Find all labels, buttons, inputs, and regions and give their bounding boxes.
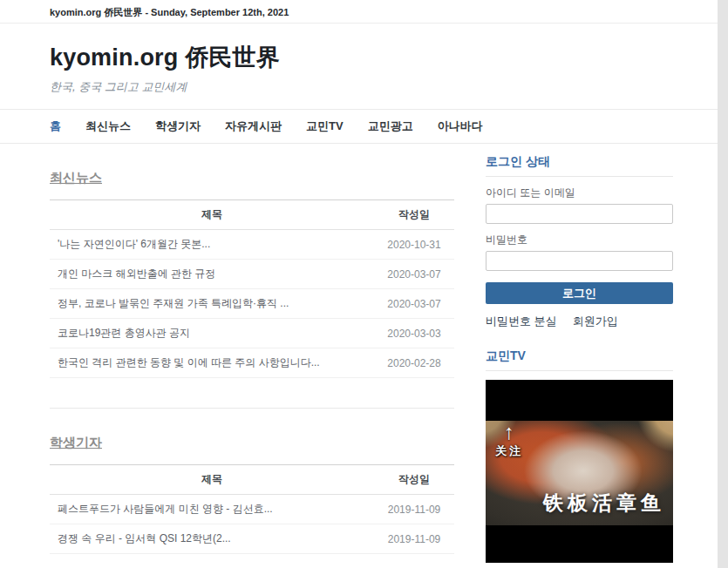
site-tagline: 한국, 중국 그리고 교민세계: [50, 79, 718, 95]
video-caption: 铁板活章鱼: [543, 490, 665, 517]
nav-item-free-board[interactable]: 자유게시판: [225, 118, 282, 134]
post-title-link[interactable]: 경쟁 속 우리 - 임서혁 QSI 12학년(2...: [50, 524, 374, 554]
post-date: 2020-03-03: [374, 319, 454, 348]
nav-item-kyomin-tv[interactable]: 교민TV: [306, 118, 344, 134]
browser-status-bar: kyomin.org 侨民世界 - Sunday, September 12th…: [0, 0, 718, 24]
login-widget-heading: 로그인 상태: [486, 154, 673, 177]
page: kyomin.org 侨民世界 - Sunday, September 12th…: [0, 0, 718, 568]
video-thumbnail[interactable]: ↑ 关注 铁板活章鱼: [486, 380, 673, 563]
post-title-link[interactable]: 한국인 격리 관련한 동향 및 이에 따른 주의 사항입니다...: [50, 348, 374, 378]
nav-item-kyomin-ads[interactable]: 교민광고: [368, 118, 413, 134]
section-heading-latest-news: 최신뉴스: [50, 170, 454, 186]
sidebar: 로그인 상태 아이디 또는 이메일 비밀번호 로그인 비밀번호 분실 회원가입 …: [486, 144, 673, 568]
login-widget: 로그인 상태 아이디 또는 이메일 비밀번호 로그인 비밀번호 분실 회원가입: [486, 154, 673, 329]
table-row: 경쟁 속 우리 - 임서혁 QSI 12학년(2... 2019-11-09: [50, 524, 454, 554]
password-label: 비밀번호: [486, 233, 673, 247]
post-date: 2020-03-07: [374, 260, 454, 289]
up-arrow-icon: ↑: [495, 422, 523, 443]
section-link-latest-news[interactable]: 최신뉴스: [50, 170, 102, 185]
nav-item-student-reporter[interactable]: 학생기자: [155, 118, 201, 134]
table-header-row: 제목 작성일: [50, 200, 454, 230]
column-header-title: 제목: [50, 465, 374, 495]
nav-item-home[interactable]: 홈: [50, 118, 61, 134]
table-row: 개인 마스크 해외반출에 관한 규정 2020-03-07: [50, 260, 454, 289]
post-title-link[interactable]: 개인 마스크 해외반출에 관한 규정: [50, 260, 374, 289]
section-heading-student-reporter: 학생기자: [50, 435, 454, 451]
latest-news-table: 제목 작성일 '나는 자연인이다' 6개월간 못본... 2020-10-31 …: [50, 199, 454, 378]
login-links: 비밀번호 분실 회원가입: [486, 314, 673, 329]
post-title-link[interactable]: 정부, 코로나 발묶인 주재원 가족 특례입학·휴직 ...: [50, 289, 374, 319]
login-button[interactable]: 로그인: [486, 282, 673, 304]
site-title-link[interactable]: kyomin.org 侨民世界: [50, 42, 718, 73]
table-footer-spacer: [50, 554, 454, 568]
site-header: kyomin.org 侨民世界 한국, 중국 그리고 교민세계: [0, 24, 718, 95]
table-row: 한국인 격리 관련한 동향 및 이에 따른 주의 사항입니다... 2020-0…: [50, 348, 454, 378]
table-header-row: 제목 작성일: [50, 465, 454, 495]
main-nav: 홈 최신뉴스 학생기자 자유게시판 교민TV 교민광고 아나바다: [0, 109, 718, 144]
table-row: 페스트푸드가 사람들에게 미친 영향 - 김선효... 2019-11-09: [50, 495, 454, 524]
main-column: 최신뉴스 제목 작성일 '나는 자연인이다' 6개월간 못본... 2020-1…: [50, 144, 454, 568]
topbar-title: kyomin.org 侨民世界 - Sunday, September 12th…: [50, 7, 289, 17]
post-title-link[interactable]: 코로나19관련 총영사관 공지: [50, 319, 374, 348]
column-header-date: 작성일: [374, 465, 454, 495]
content-area: 최신뉴스 제목 작성일 '나는 자연인이다' 6개월간 못본... 2020-1…: [0, 144, 718, 568]
password-input[interactable]: [486, 251, 673, 271]
post-title-link[interactable]: '나는 자연인이다' 6개월간 못본...: [50, 230, 374, 260]
video-follow-overlay: ↑ 关注: [495, 422, 523, 456]
table-footer-spacer: [50, 378, 454, 409]
table-row: 정부, 코로나 발묶인 주재원 가족 특례입학·휴직 ... 2020-03-0…: [50, 289, 454, 319]
table-row: '나는 자연인이다' 6개월간 못본... 2020-10-31: [50, 230, 454, 260]
section-link-student-reporter[interactable]: 학생기자: [50, 435, 102, 450]
kyomin-tv-heading: 교민TV: [486, 348, 673, 371]
nav-item-latest-news[interactable]: 최신뉴스: [85, 118, 131, 134]
register-link[interactable]: 회원가입: [573, 314, 618, 329]
post-date: 2019-11-09: [374, 495, 454, 524]
follow-label: 关注: [495, 445, 523, 456]
kyomin-tv-widget: 교민TV ↑ 关注 铁板活章鱼: [486, 348, 673, 563]
nav-item-anabada[interactable]: 아나바다: [438, 118, 483, 134]
column-header-date: 작성일: [374, 200, 454, 230]
username-input[interactable]: [486, 204, 673, 224]
post-date: 2020-02-28: [374, 348, 454, 378]
lost-password-link[interactable]: 비밀번호 분실: [486, 314, 557, 329]
post-date: 2020-03-07: [374, 289, 454, 319]
column-header-title: 제목: [50, 200, 374, 230]
post-date: 2020-10-31: [374, 230, 454, 260]
username-label: 아이디 또는 이메일: [486, 186, 673, 200]
post-title-link[interactable]: 페스트푸드가 사람들에게 미친 영향 - 김선효...: [50, 495, 374, 524]
post-date: 2019-11-09: [374, 524, 454, 554]
student-reporter-table: 제목 작성일 페스트푸드가 사람들에게 미친 영향 - 김선효... 2019-…: [50, 464, 454, 554]
table-row: 코로나19관련 총영사관 공지 2020-03-03: [50, 319, 454, 348]
